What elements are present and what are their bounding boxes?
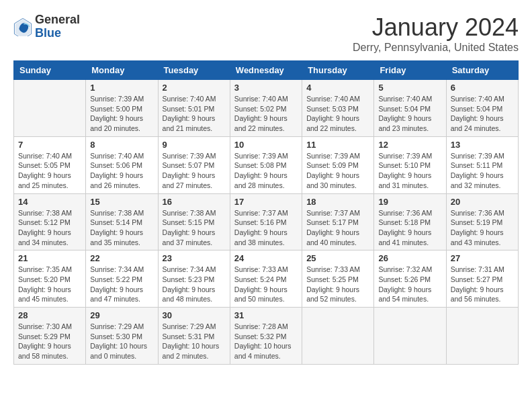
day-info: Sunrise: 7:40 AM Sunset: 5:04 PM Dayligh…: [378, 94, 441, 134]
logo-text: General Blue: [35, 13, 80, 40]
day-info: Sunrise: 7:38 AM Sunset: 5:14 PM Dayligh…: [90, 208, 153, 248]
day-number: 18: [306, 197, 369, 207]
calendar-cell: [374, 308, 446, 365]
day-info: Sunrise: 7:28 AM Sunset: 5:32 PM Dayligh…: [234, 322, 298, 361]
day-info: Sunrise: 7:39 AM Sunset: 5:07 PM Dayligh…: [163, 151, 226, 191]
day-number: 5: [378, 83, 441, 93]
page-header: General Blue January 2024 Derry, Pennsyl…: [13, 13, 519, 54]
calendar-cell: 28Sunrise: 7:30 AM Sunset: 5:29 PM Dayli…: [14, 308, 86, 365]
day-info: Sunrise: 7:36 AM Sunset: 5:18 PM Dayligh…: [378, 208, 441, 248]
calendar-cell: 14Sunrise: 7:38 AM Sunset: 5:12 PM Dayli…: [14, 193, 86, 250]
day-number: 8: [90, 140, 153, 150]
calendar-cell: 9Sunrise: 7:39 AM Sunset: 5:07 PM Daylig…: [158, 136, 230, 193]
calendar-header-sunday: Sunday: [14, 61, 86, 80]
logo-icon: [13, 17, 32, 36]
day-number: 4: [306, 83, 369, 93]
day-info: Sunrise: 7:38 AM Sunset: 5:12 PM Dayligh…: [18, 208, 81, 248]
logo-blue: Blue: [35, 26, 61, 40]
day-info: Sunrise: 7:40 AM Sunset: 5:01 PM Dayligh…: [163, 94, 226, 134]
day-number: 19: [378, 197, 441, 207]
day-number: 23: [163, 253, 226, 263]
calendar-cell: [14, 80, 86, 137]
calendar-week-row: 7Sunrise: 7:40 AM Sunset: 5:05 PM Daylig…: [14, 136, 519, 193]
day-number: 14: [18, 197, 81, 207]
calendar-table: SundayMondayTuesdayWednesdayThursdayFrid…: [13, 60, 519, 365]
day-info: Sunrise: 7:40 AM Sunset: 5:04 PM Dayligh…: [451, 94, 514, 134]
calendar-header-thursday: Thursday: [302, 61, 374, 80]
day-number: 30: [163, 310, 226, 320]
day-number: 20: [451, 197, 514, 207]
day-info: Sunrise: 7:39 AM Sunset: 5:11 PM Dayligh…: [451, 151, 514, 191]
day-info: Sunrise: 7:33 AM Sunset: 5:25 PM Dayligh…: [306, 265, 369, 304]
calendar-cell: 1Sunrise: 7:39 AM Sunset: 5:00 PM Daylig…: [86, 80, 158, 137]
calendar-cell: [446, 308, 518, 365]
day-number: 25: [306, 253, 369, 263]
day-number: 2: [163, 83, 226, 93]
calendar-cell: 27Sunrise: 7:31 AM Sunset: 5:27 PM Dayli…: [446, 250, 518, 308]
day-info: Sunrise: 7:37 AM Sunset: 5:16 PM Dayligh…: [234, 208, 298, 248]
calendar-cell: 17Sunrise: 7:37 AM Sunset: 5:16 PM Dayli…: [230, 193, 302, 250]
calendar-cell: 3Sunrise: 7:40 AM Sunset: 5:02 PM Daylig…: [230, 80, 302, 137]
calendar-header-monday: Monday: [86, 61, 158, 80]
month-title: January 2024: [353, 13, 519, 42]
calendar-header-friday: Friday: [374, 61, 446, 80]
day-info: Sunrise: 7:40 AM Sunset: 5:06 PM Dayligh…: [90, 151, 153, 191]
calendar-cell: 2Sunrise: 7:40 AM Sunset: 5:01 PM Daylig…: [158, 80, 230, 137]
day-info: Sunrise: 7:35 AM Sunset: 5:20 PM Dayligh…: [18, 265, 81, 304]
calendar-cell: 23Sunrise: 7:34 AM Sunset: 5:23 PM Dayli…: [158, 250, 230, 308]
day-info: Sunrise: 7:39 AM Sunset: 5:08 PM Dayligh…: [234, 151, 298, 191]
day-info: Sunrise: 7:39 AM Sunset: 5:09 PM Dayligh…: [306, 151, 369, 191]
day-number: 7: [18, 140, 81, 150]
day-number: 22: [90, 253, 153, 263]
day-number: 16: [163, 197, 226, 207]
day-info: Sunrise: 7:34 AM Sunset: 5:23 PM Dayligh…: [163, 265, 226, 304]
calendar-cell: 12Sunrise: 7:39 AM Sunset: 5:10 PM Dayli…: [374, 136, 446, 193]
day-number: 27: [451, 253, 514, 263]
calendar-cell: 10Sunrise: 7:39 AM Sunset: 5:08 PM Dayli…: [230, 136, 302, 193]
day-number: 21: [18, 253, 81, 263]
calendar-week-row: 1Sunrise: 7:39 AM Sunset: 5:00 PM Daylig…: [14, 80, 519, 137]
calendar-cell: 7Sunrise: 7:40 AM Sunset: 5:05 PM Daylig…: [14, 136, 86, 193]
day-number: 6: [451, 83, 514, 93]
calendar-cell: 29Sunrise: 7:29 AM Sunset: 5:30 PM Dayli…: [86, 308, 158, 365]
calendar-header-saturday: Saturday: [446, 61, 518, 80]
title-section: January 2024 Derry, Pennsylvania, United…: [353, 13, 519, 54]
calendar-cell: 8Sunrise: 7:40 AM Sunset: 5:06 PM Daylig…: [86, 136, 158, 193]
day-number: 11: [306, 140, 369, 150]
calendar-header-row: SundayMondayTuesdayWednesdayThursdayFrid…: [14, 61, 519, 80]
day-info: Sunrise: 7:31 AM Sunset: 5:27 PM Dayligh…: [451, 265, 514, 304]
day-info: Sunrise: 7:40 AM Sunset: 5:05 PM Dayligh…: [18, 151, 81, 191]
calendar-header-wednesday: Wednesday: [230, 61, 302, 80]
calendar-cell: 25Sunrise: 7:33 AM Sunset: 5:25 PM Dayli…: [302, 250, 374, 308]
day-number: 26: [378, 253, 441, 263]
calendar-cell: 19Sunrise: 7:36 AM Sunset: 5:18 PM Dayli…: [374, 193, 446, 250]
day-info: Sunrise: 7:40 AM Sunset: 5:03 PM Dayligh…: [306, 94, 369, 134]
day-number: 10: [234, 140, 298, 150]
day-number: 1: [90, 83, 153, 93]
calendar-week-row: 21Sunrise: 7:35 AM Sunset: 5:20 PM Dayli…: [14, 250, 519, 308]
calendar-cell: [302, 308, 374, 365]
day-info: Sunrise: 7:39 AM Sunset: 5:10 PM Dayligh…: [378, 151, 441, 191]
day-info: Sunrise: 7:36 AM Sunset: 5:19 PM Dayligh…: [451, 208, 514, 248]
day-info: Sunrise: 7:34 AM Sunset: 5:22 PM Dayligh…: [90, 265, 153, 304]
day-number: 29: [90, 310, 153, 320]
calendar-cell: 31Sunrise: 7:28 AM Sunset: 5:32 PM Dayli…: [230, 308, 302, 365]
calendar-cell: 16Sunrise: 7:38 AM Sunset: 5:15 PM Dayli…: [158, 193, 230, 250]
calendar-cell: 22Sunrise: 7:34 AM Sunset: 5:22 PM Dayli…: [86, 250, 158, 308]
day-info: Sunrise: 7:40 AM Sunset: 5:02 PM Dayligh…: [234, 94, 298, 134]
calendar-cell: 24Sunrise: 7:33 AM Sunset: 5:24 PM Dayli…: [230, 250, 302, 308]
day-number: 3: [234, 83, 298, 93]
day-number: 28: [18, 310, 81, 320]
calendar-cell: 30Sunrise: 7:29 AM Sunset: 5:31 PM Dayli…: [158, 308, 230, 365]
day-number: 9: [163, 140, 226, 150]
day-info: Sunrise: 7:30 AM Sunset: 5:29 PM Dayligh…: [18, 322, 81, 361]
calendar-cell: 20Sunrise: 7:36 AM Sunset: 5:19 PM Dayli…: [446, 193, 518, 250]
calendar-cell: 4Sunrise: 7:40 AM Sunset: 5:03 PM Daylig…: [302, 80, 374, 137]
calendar-cell: 15Sunrise: 7:38 AM Sunset: 5:14 PM Dayli…: [86, 193, 158, 250]
location-title: Derry, Pennsylvania, United States: [353, 42, 519, 54]
day-info: Sunrise: 7:37 AM Sunset: 5:17 PM Dayligh…: [306, 208, 369, 248]
day-info: Sunrise: 7:33 AM Sunset: 5:24 PM Dayligh…: [234, 265, 298, 304]
calendar-cell: 13Sunrise: 7:39 AM Sunset: 5:11 PM Dayli…: [446, 136, 518, 193]
calendar-week-row: 28Sunrise: 7:30 AM Sunset: 5:29 PM Dayli…: [14, 308, 519, 365]
logo: General Blue: [13, 13, 80, 40]
